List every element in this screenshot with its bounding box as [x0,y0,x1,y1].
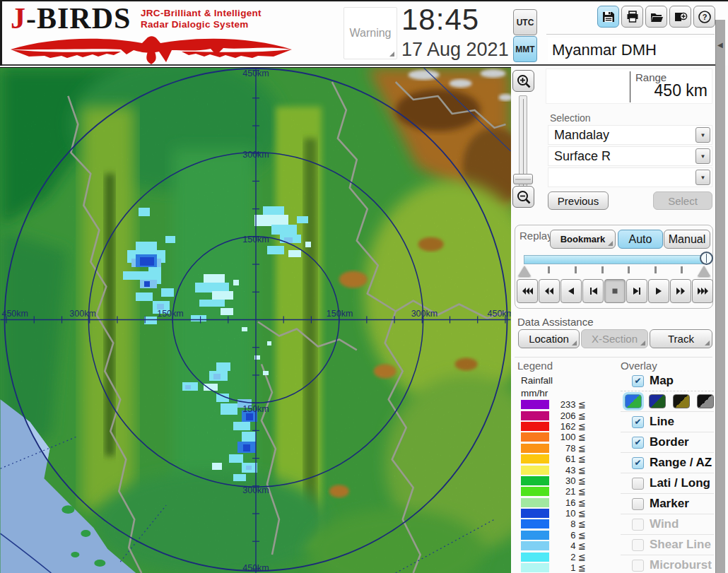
svg-text:150km: 150km [242,404,269,414]
fast-rewind-button[interactable] [539,279,560,303]
panel-collapse-strip[interactable]: ◀ [715,20,725,573]
legend-color-swatch [521,400,549,409]
legend-color-swatch [521,476,549,485]
legend-color-swatch [521,466,549,475]
map-style-black-olive[interactable] [673,394,690,408]
utc-button[interactable]: UTC [513,9,537,35]
warning-button[interactable]: Warning [344,7,397,59]
legend-row: 4 ≦ [521,540,599,551]
overlay-item-microburst[interactable]: Microburst [621,555,714,573]
x-section-button[interactable]: X-Section [581,329,648,348]
help-button[interactable]: ? [693,6,715,28]
jbirds-application-window: J-BIRDS JRC-Brilliant & Intelligent Rada… [0,0,728,573]
overlay-item-marker[interactable]: Marker [621,494,714,514]
legend-color-swatch [521,519,549,528]
open-folder-button[interactable] [645,6,667,28]
product-dropdown[interactable]: Surface R ▼ [548,146,712,166]
select-button[interactable]: Select [653,191,712,210]
step-forward-button[interactable] [626,279,647,303]
legend-row: 233 ≦ [521,399,599,410]
manual-mode-button[interactable]: Manual [664,230,710,249]
legend-row: 8 ≦ [521,519,599,529]
previous-button[interactable]: Previous [548,191,609,210]
play-button[interactable] [648,279,669,303]
legend-row: 10 ≦ [521,508,599,519]
replay-range-end-marker[interactable] [698,266,710,276]
legend-row: 6 ≦ [521,530,599,540]
step-back-button[interactable] [582,279,604,303]
legend-threshold-label: 43 ≦ [549,465,586,475]
radar-map[interactable]: 450km 300km 150km 150km 300km 450km 450k… [0,67,511,573]
overlay-item-map[interactable]: ✔Map [621,371,714,391]
overlay-item-lati-long[interactable]: Lati / Long [621,473,714,494]
option-dropdown[interactable]: ▼ [548,167,712,187]
checkbox [632,560,644,572]
legend-row: 78 ≦ [521,443,599,454]
zoom-out-button[interactable] [512,186,534,208]
station-name-field[interactable]: Myanmar DMH [548,38,715,62]
print-button[interactable] [621,6,643,28]
svg-text:150km: 150km [327,309,353,319]
legend-threshold-label: 162 ≦ [549,421,586,432]
auto-mode-button[interactable]: Auto [618,230,663,249]
replay-timeline-slider[interactable] [524,255,706,264]
svg-text:450km: 450km [2,309,28,319]
fast-forward-button[interactable] [670,279,691,303]
replay-slider-knob[interactable] [700,252,713,265]
timeline-tick [654,266,657,273]
stop-button[interactable] [604,279,626,303]
legend-color-swatch [521,422,549,431]
save-button[interactable] [597,6,619,28]
collapse-arrow-icon: ◀ [717,41,723,49]
add-image-button[interactable] [669,6,691,28]
mmt-button[interactable]: MMT [513,36,537,62]
checkbox[interactable] [632,498,644,510]
bookmark-button[interactable]: Bookmark [550,230,616,249]
open-folder-icon [650,10,664,24]
svg-text:?: ? [702,13,707,21]
timeline-tick [575,266,577,273]
zoom-in-button[interactable] [512,70,534,92]
site-dropdown[interactable]: Mandalay ▼ [548,125,712,145]
checkbox[interactable] [632,478,644,490]
checked-checkbox[interactable]: ✔ [632,416,644,428]
overlay-item-shear-line[interactable]: Shear Line [621,535,714,555]
legend-color-swatch [521,509,549,518]
checked-checkbox[interactable]: ✔ [632,375,644,387]
svg-text:300km: 300km [411,309,438,319]
svg-text:150km: 150km [157,309,183,319]
add-image-icon [674,10,688,24]
legend-threshold-label: 30 ≦ [549,475,586,486]
map-style-black-gray[interactable] [697,394,714,408]
save-icon [601,10,616,24]
selection-label: Selection [550,112,591,124]
svg-text:450km: 450km [242,69,269,78]
zoom-slider-handle[interactable] [513,174,533,184]
timeline-tick [548,266,550,273]
checked-checkbox[interactable]: ✔ [632,457,644,469]
fastest-forward-button[interactable] [692,279,713,303]
map-style-navy-darkgreen[interactable] [649,394,666,408]
legend-color-swatch [521,563,549,572]
chevron-down-icon[interactable]: ▼ [695,148,710,164]
fastest-rewind-button[interactable] [517,279,538,303]
replay-range-start-marker[interactable] [518,266,531,276]
legend-row: 16 ≦ [521,497,599,508]
overlay-item-border[interactable]: ✔Border [621,432,714,453]
checked-checkbox[interactable]: ✔ [632,437,644,449]
chevron-down-icon[interactable]: ▼ [695,170,710,185]
range-divider [630,71,630,102]
play-reverse-button[interactable] [560,279,582,303]
data-assistance-label: Data Assistance [517,316,594,328]
overlay-item-range-az[interactable]: ✔Range / AZ [621,453,714,473]
clock-date: 17 Aug 2021 [401,39,509,61]
chevron-down-icon[interactable]: ▼ [695,127,710,143]
step-back-icon [589,287,598,295]
track-button[interactable]: Track [650,329,712,348]
location-button[interactable]: Location [518,329,580,348]
overlay-item-label: Wind [650,517,679,531]
map-style-blue-green-selected[interactable] [625,394,642,408]
overlay-item-line[interactable]: ✔Line [621,412,714,432]
overlay-item-label: Microburst [650,558,712,572]
overlay-item-wind[interactable]: Wind [621,514,714,535]
